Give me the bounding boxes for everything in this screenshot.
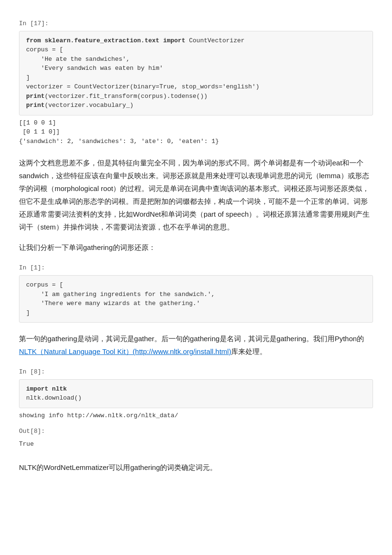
prose3: 第一句的gathering是动词，其词元是gather。后一句的gatherin… [19,332,373,358]
kw-import: import nltk [26,385,67,392]
prose4: NLTK的WordNetLemmatizer可以用gathering的词类确定词… [19,461,373,474]
kw-print1: print [26,93,45,100]
cell2-label: In [1]: [19,263,373,273]
cell3-out-value: True [19,438,373,451]
prose3-part2: 库来处理。 [231,347,267,355]
cell1-label: In [17]: [19,19,373,29]
cell3-code: import nltk nltk.download() [19,379,373,408]
prose2: 让我们分析一下单词gathering的词形还原： [19,241,373,254]
prose3-part1: 第一句的gathering是动词，其词元是gather。后一句的gatherin… [19,335,364,343]
cell1-output: [[1 0 0 1] [0 1 1 0]] {'sandwich': 2, 's… [19,115,373,149]
kw-print2: print [26,102,45,109]
cell3-out-label: Out[8]: [19,427,373,437]
cell2-code: corpus = [ 'I am gathering ingredients f… [19,275,373,323]
cell1-code: from sklearn.feature_extraction.text imp… [19,31,373,115]
kw-from: from sklearn.feature_extraction.text imp… [26,37,185,44]
cell3-output: showing info http://www.nltk.org/nltk_da… [19,408,373,423]
prose1: 这两个文档意思差不多，但是其特征向量完全不同，因为单词的形式不同。两个单词都是有… [19,156,373,233]
prose3-link[interactable]: NLTK（Natural Language Tool Kit）(http://w… [19,347,231,355]
cell3-label: In [8]: [19,367,373,377]
